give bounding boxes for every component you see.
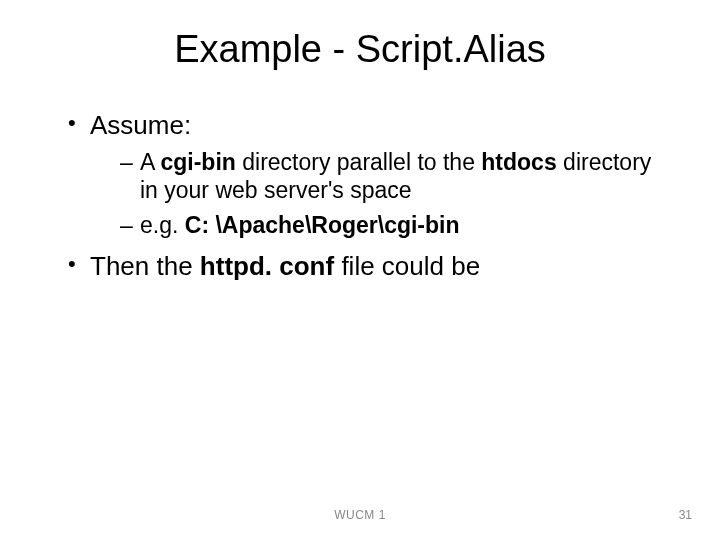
sub-bullet-path: e.g. C: \Apache\Roger\cgi-bin [120,211,670,240]
bullet-text: Assume: [90,110,191,140]
page-number: 31 [679,508,692,522]
slide-title: Example - Script.Alias [50,28,670,71]
sub-bullet-list: A cgi-bin directory parallel to the htdo… [90,148,670,240]
text-run: file could be [334,251,480,281]
text-run: directory parallel to the [236,149,481,175]
bullet-assume: Assume: A cgi-bin directory parallel to … [68,109,670,240]
bold-text: httpd. conf [200,251,334,281]
bold-text: cgi-bin [160,149,235,175]
slide: Example - Script.Alias Assume: A cgi-bin… [0,0,720,540]
text-run: e.g. [140,212,185,238]
bullet-list: Assume: A cgi-bin directory parallel to … [50,109,670,282]
footer-label: WUCM 1 [0,508,720,522]
slide-content: Assume: A cgi-bin directory parallel to … [50,109,670,282]
sub-bullet-cgibin: A cgi-bin directory parallel to the htdo… [120,148,670,206]
bold-text: htdocs [481,149,556,175]
bullet-httpdconf: Then the httpd. conf file could be [68,250,670,283]
text-run: A [140,149,160,175]
text-run: Then the [90,251,200,281]
bold-text: C: \Apache\Roger\cgi-bin [185,212,460,238]
